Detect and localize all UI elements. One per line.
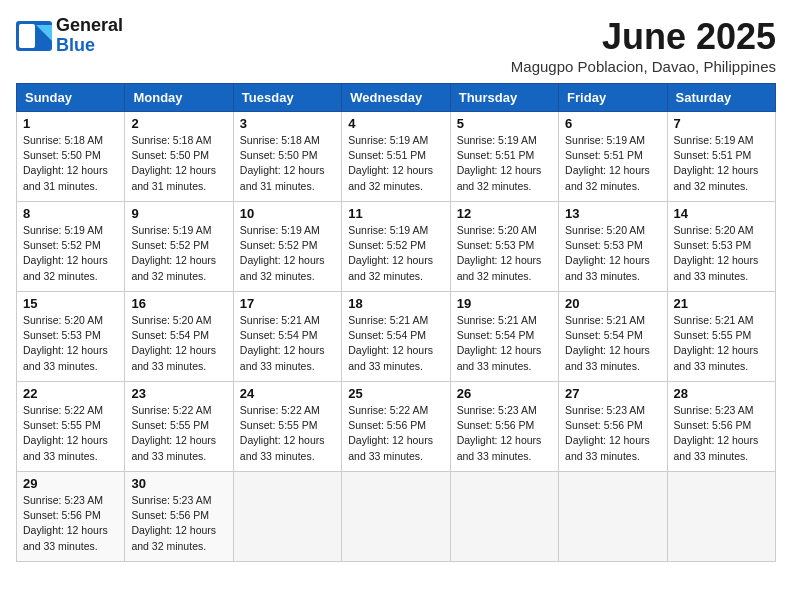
day-info: Sunrise: 5:19 AM Sunset: 5:52 PM Dayligh… — [348, 223, 443, 284]
day-number: 12 — [457, 206, 552, 221]
calendar-cell: 30Sunrise: 5:23 AM Sunset: 5:56 PM Dayli… — [125, 472, 233, 562]
day-info: Sunrise: 5:22 AM Sunset: 5:55 PM Dayligh… — [131, 403, 226, 464]
day-info: Sunrise: 5:21 AM Sunset: 5:54 PM Dayligh… — [565, 313, 660, 374]
title-area: June 2025 Magugpo Poblacion, Davao, Phil… — [511, 16, 776, 75]
day-number: 16 — [131, 296, 226, 311]
day-info: Sunrise: 5:18 AM Sunset: 5:50 PM Dayligh… — [131, 133, 226, 194]
calendar-cell: 25Sunrise: 5:22 AM Sunset: 5:56 PM Dayli… — [342, 382, 450, 472]
day-number: 7 — [674, 116, 769, 131]
day-info: Sunrise: 5:23 AM Sunset: 5:56 PM Dayligh… — [565, 403, 660, 464]
day-number: 11 — [348, 206, 443, 221]
calendar-cell: 19Sunrise: 5:21 AM Sunset: 5:54 PM Dayli… — [450, 292, 558, 382]
day-number: 29 — [23, 476, 118, 491]
day-info: Sunrise: 5:19 AM Sunset: 5:51 PM Dayligh… — [348, 133, 443, 194]
day-info: Sunrise: 5:18 AM Sunset: 5:50 PM Dayligh… — [23, 133, 118, 194]
day-number: 8 — [23, 206, 118, 221]
day-number: 19 — [457, 296, 552, 311]
day-number: 25 — [348, 386, 443, 401]
calendar-cell: 17Sunrise: 5:21 AM Sunset: 5:54 PM Dayli… — [233, 292, 341, 382]
month-title: June 2025 — [511, 16, 776, 58]
calendar-cell — [342, 472, 450, 562]
calendar-cell: 21Sunrise: 5:21 AM Sunset: 5:55 PM Dayli… — [667, 292, 775, 382]
calendar-cell: 2Sunrise: 5:18 AM Sunset: 5:50 PM Daylig… — [125, 112, 233, 202]
calendar-cell: 8Sunrise: 5:19 AM Sunset: 5:52 PM Daylig… — [17, 202, 125, 292]
calendar-cell: 28Sunrise: 5:23 AM Sunset: 5:56 PM Dayli… — [667, 382, 775, 472]
day-number: 24 — [240, 386, 335, 401]
day-info: Sunrise: 5:18 AM Sunset: 5:50 PM Dayligh… — [240, 133, 335, 194]
header-wednesday: Wednesday — [342, 84, 450, 112]
week-row-1: 1Sunrise: 5:18 AM Sunset: 5:50 PM Daylig… — [17, 112, 776, 202]
calendar-cell: 26Sunrise: 5:23 AM Sunset: 5:56 PM Dayli… — [450, 382, 558, 472]
calendar-cell: 13Sunrise: 5:20 AM Sunset: 5:53 PM Dayli… — [559, 202, 667, 292]
location-title: Magugpo Poblacion, Davao, Philippines — [511, 58, 776, 75]
header-tuesday: Tuesday — [233, 84, 341, 112]
calendar-cell: 23Sunrise: 5:22 AM Sunset: 5:55 PM Dayli… — [125, 382, 233, 472]
calendar-cell — [450, 472, 558, 562]
day-info: Sunrise: 5:23 AM Sunset: 5:56 PM Dayligh… — [23, 493, 118, 554]
calendar-cell: 10Sunrise: 5:19 AM Sunset: 5:52 PM Dayli… — [233, 202, 341, 292]
calendar-cell: 24Sunrise: 5:22 AM Sunset: 5:55 PM Dayli… — [233, 382, 341, 472]
day-info: Sunrise: 5:21 AM Sunset: 5:54 PM Dayligh… — [348, 313, 443, 374]
calendar-cell: 27Sunrise: 5:23 AM Sunset: 5:56 PM Dayli… — [559, 382, 667, 472]
day-info: Sunrise: 5:21 AM Sunset: 5:54 PM Dayligh… — [240, 313, 335, 374]
header-monday: Monday — [125, 84, 233, 112]
page-header: General Blue June 2025 Magugpo Poblacion… — [16, 16, 776, 75]
day-number: 23 — [131, 386, 226, 401]
calendar-table: Sunday Monday Tuesday Wednesday Thursday… — [16, 83, 776, 562]
day-info: Sunrise: 5:19 AM Sunset: 5:51 PM Dayligh… — [457, 133, 552, 194]
day-number: 30 — [131, 476, 226, 491]
day-info: Sunrise: 5:19 AM Sunset: 5:52 PM Dayligh… — [23, 223, 118, 284]
calendar-cell: 5Sunrise: 5:19 AM Sunset: 5:51 PM Daylig… — [450, 112, 558, 202]
day-number: 15 — [23, 296, 118, 311]
day-number: 2 — [131, 116, 226, 131]
day-info: Sunrise: 5:19 AM Sunset: 5:51 PM Dayligh… — [674, 133, 769, 194]
calendar-cell — [559, 472, 667, 562]
day-info: Sunrise: 5:20 AM Sunset: 5:53 PM Dayligh… — [565, 223, 660, 284]
header-friday: Friday — [559, 84, 667, 112]
logo: General Blue — [16, 16, 123, 56]
calendar-cell: 18Sunrise: 5:21 AM Sunset: 5:54 PM Dayli… — [342, 292, 450, 382]
day-info: Sunrise: 5:21 AM Sunset: 5:55 PM Dayligh… — [674, 313, 769, 374]
day-number: 3 — [240, 116, 335, 131]
calendar-cell: 14Sunrise: 5:20 AM Sunset: 5:53 PM Dayli… — [667, 202, 775, 292]
day-info: Sunrise: 5:19 AM Sunset: 5:52 PM Dayligh… — [131, 223, 226, 284]
logo-icon — [16, 21, 52, 51]
calendar-cell: 11Sunrise: 5:19 AM Sunset: 5:52 PM Dayli… — [342, 202, 450, 292]
day-info: Sunrise: 5:20 AM Sunset: 5:53 PM Dayligh… — [674, 223, 769, 284]
day-number: 28 — [674, 386, 769, 401]
day-info: Sunrise: 5:19 AM Sunset: 5:51 PM Dayligh… — [565, 133, 660, 194]
calendar-cell: 15Sunrise: 5:20 AM Sunset: 5:53 PM Dayli… — [17, 292, 125, 382]
calendar-cell: 16Sunrise: 5:20 AM Sunset: 5:54 PM Dayli… — [125, 292, 233, 382]
day-number: 17 — [240, 296, 335, 311]
calendar-cell — [233, 472, 341, 562]
day-number: 6 — [565, 116, 660, 131]
logo-text-general: General — [56, 16, 123, 36]
calendar-cell: 7Sunrise: 5:19 AM Sunset: 5:51 PM Daylig… — [667, 112, 775, 202]
day-info: Sunrise: 5:20 AM Sunset: 5:53 PM Dayligh… — [23, 313, 118, 374]
day-info: Sunrise: 5:23 AM Sunset: 5:56 PM Dayligh… — [457, 403, 552, 464]
day-number: 1 — [23, 116, 118, 131]
calendar-cell: 12Sunrise: 5:20 AM Sunset: 5:53 PM Dayli… — [450, 202, 558, 292]
day-number: 9 — [131, 206, 226, 221]
day-number: 14 — [674, 206, 769, 221]
calendar-cell: 4Sunrise: 5:19 AM Sunset: 5:51 PM Daylig… — [342, 112, 450, 202]
week-row-5: 29Sunrise: 5:23 AM Sunset: 5:56 PM Dayli… — [17, 472, 776, 562]
header-sunday: Sunday — [17, 84, 125, 112]
day-number: 26 — [457, 386, 552, 401]
header-saturday: Saturday — [667, 84, 775, 112]
day-info: Sunrise: 5:20 AM Sunset: 5:53 PM Dayligh… — [457, 223, 552, 284]
day-number: 5 — [457, 116, 552, 131]
day-number: 21 — [674, 296, 769, 311]
calendar-cell: 29Sunrise: 5:23 AM Sunset: 5:56 PM Dayli… — [17, 472, 125, 562]
calendar-cell — [667, 472, 775, 562]
day-number: 4 — [348, 116, 443, 131]
calendar-cell: 1Sunrise: 5:18 AM Sunset: 5:50 PM Daylig… — [17, 112, 125, 202]
day-info: Sunrise: 5:23 AM Sunset: 5:56 PM Dayligh… — [131, 493, 226, 554]
calendar-cell: 9Sunrise: 5:19 AM Sunset: 5:52 PM Daylig… — [125, 202, 233, 292]
svg-rect-2 — [19, 24, 35, 48]
day-info: Sunrise: 5:21 AM Sunset: 5:54 PM Dayligh… — [457, 313, 552, 374]
day-info: Sunrise: 5:22 AM Sunset: 5:56 PM Dayligh… — [348, 403, 443, 464]
header-thursday: Thursday — [450, 84, 558, 112]
day-info: Sunrise: 5:23 AM Sunset: 5:56 PM Dayligh… — [674, 403, 769, 464]
calendar-cell: 3Sunrise: 5:18 AM Sunset: 5:50 PM Daylig… — [233, 112, 341, 202]
